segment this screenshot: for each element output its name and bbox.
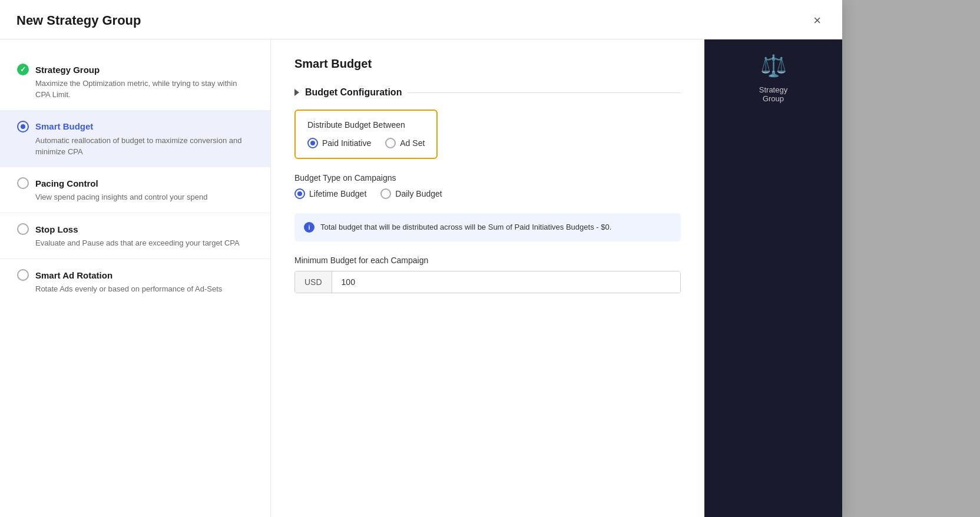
sidebar-item-desc: Maximize the Optimization metric, while … bbox=[35, 78, 254, 101]
sidebar-item-header: Strategy Group bbox=[16, 63, 254, 76]
distribute-budget-box: Distribute Budget Between Paid Initiativ… bbox=[294, 110, 438, 159]
budget-input-field[interactable] bbox=[332, 271, 680, 293]
active-circle-icon bbox=[16, 120, 29, 133]
sidebar: Strategy Group Maximize the Optimization… bbox=[0, 39, 271, 517]
radio-paid-initiative-label: Paid Initiative bbox=[322, 138, 371, 148]
radio-ad-set-btn[interactable] bbox=[385, 138, 396, 148]
radio-paid-initiative[interactable]: Paid Initiative bbox=[307, 138, 371, 148]
radio-daily-label: Daily Budget bbox=[395, 189, 442, 198]
budget-config-section: Budget Configuration Distribute Budget B… bbox=[294, 87, 681, 293]
distribute-radio-group: Paid Initiative Ad Set bbox=[307, 138, 425, 148]
radio-daily-budget[interactable]: Daily Budget bbox=[380, 188, 442, 199]
sidebar-item-pacing-control[interactable]: Pacing Control View spend pacing insight… bbox=[0, 167, 270, 213]
section-divider bbox=[408, 92, 681, 93]
sidebar-item-header: Stop Loss bbox=[16, 223, 254, 236]
min-budget-label: Minimum Budget for each Campaign bbox=[294, 256, 681, 265]
sidebar-item-desc: Rotate Ads evenly or based on performanc… bbox=[35, 284, 254, 295]
currency-label: USD bbox=[295, 271, 332, 293]
sidebar-item-desc: Evaluate and Pause ads that are exceedin… bbox=[35, 238, 254, 249]
close-button[interactable]: × bbox=[809, 11, 826, 31]
sidebar-item-stop-loss[interactable]: Stop Loss Evaluate and Pause ads that ar… bbox=[0, 213, 270, 259]
radio-lifetime-budget[interactable]: Lifetime Budget bbox=[294, 188, 366, 199]
page-title: Smart Budget bbox=[294, 57, 681, 71]
sidebar-item-header: Smart Ad Rotation bbox=[16, 269, 254, 281]
sidebar-item-strategy-group[interactable]: Strategy Group Maximize the Optimization… bbox=[0, 54, 270, 111]
radio-daily-btn[interactable] bbox=[380, 188, 391, 199]
config-section-header: Budget Configuration bbox=[294, 87, 681, 98]
main-content: Smart Budget Budget Configuration Distri… bbox=[271, 39, 704, 517]
radio-lifetime-label: Lifetime Budget bbox=[309, 189, 366, 198]
right-panel-label: StrategyGroup bbox=[759, 85, 787, 103]
pending-circle-icon bbox=[16, 223, 29, 236]
info-icon: i bbox=[304, 222, 314, 233]
radio-ad-set[interactable]: Ad Set bbox=[385, 138, 425, 148]
pending-circle-icon bbox=[16, 269, 29, 281]
distribute-label: Distribute Budget Between bbox=[307, 120, 425, 130]
sidebar-item-title: Smart Ad Rotation bbox=[35, 270, 112, 280]
radio-paid-initiative-btn[interactable] bbox=[307, 138, 318, 148]
modal-title: New Strategy Group bbox=[16, 13, 141, 28]
sidebar-item-desc: View spend pacing insights and control y… bbox=[35, 192, 254, 203]
radio-lifetime-btn[interactable] bbox=[294, 188, 305, 199]
sidebar-item-title: Smart Budget bbox=[35, 121, 93, 131]
sidebar-item-smart-ad-rotation[interactable]: Smart Ad Rotation Rotate Ads evenly or b… bbox=[0, 259, 270, 304]
sidebar-item-title: Stop Loss bbox=[35, 224, 78, 234]
config-section-label: Budget Configuration bbox=[305, 87, 402, 98]
sidebar-item-title: Pacing Control bbox=[35, 178, 98, 188]
pending-circle-icon bbox=[16, 177, 29, 190]
radio-ad-set-label: Ad Set bbox=[400, 138, 425, 148]
min-budget-section: Minimum Budget for each Campaign USD bbox=[294, 256, 681, 293]
modal-body: Strategy Group Maximize the Optimization… bbox=[0, 39, 842, 517]
sidebar-item-smart-budget[interactable]: Smart Budget Automatic reallocation of b… bbox=[0, 111, 270, 168]
sidebar-item-header: Smart Budget bbox=[16, 120, 254, 133]
right-panel: ⚖️ StrategyGroup bbox=[704, 39, 842, 517]
section-toggle-icon[interactable] bbox=[294, 89, 299, 96]
budget-type-radio-group: Lifetime Budget Daily Budget bbox=[294, 188, 681, 199]
modal-header: New Strategy Group × bbox=[0, 0, 842, 39]
done-check-icon bbox=[16, 63, 29, 76]
sidebar-item-title: Strategy Group bbox=[35, 65, 100, 75]
budget-type-section: Budget Type on Campaigns Lifetime Budget… bbox=[294, 173, 681, 199]
sidebar-item-header: Pacing Control bbox=[16, 177, 254, 190]
info-text: Total budget that will be distributed ac… bbox=[320, 221, 611, 233]
budget-type-label: Budget Type on Campaigns bbox=[294, 173, 681, 183]
scales-icon: ⚖️ bbox=[759, 51, 788, 81]
info-box: i Total budget that will be distributed … bbox=[294, 213, 681, 241]
sidebar-item-desc: Automatic reallocation of budget to maxi… bbox=[35, 135, 254, 158]
min-budget-input-group: USD bbox=[294, 271, 681, 293]
